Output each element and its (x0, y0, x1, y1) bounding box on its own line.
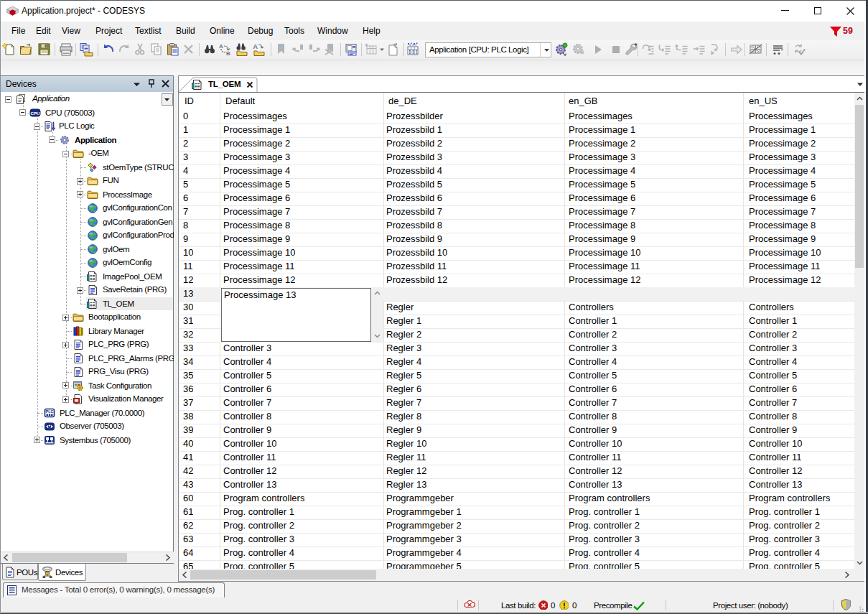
svg-text:B: B (226, 50, 230, 57)
svg-text:CPU: CPU (30, 111, 40, 116)
svg-text:PLC: PLC (46, 409, 54, 414)
svg-text:A: A (253, 43, 258, 50)
svg-text:A: A (219, 43, 223, 50)
